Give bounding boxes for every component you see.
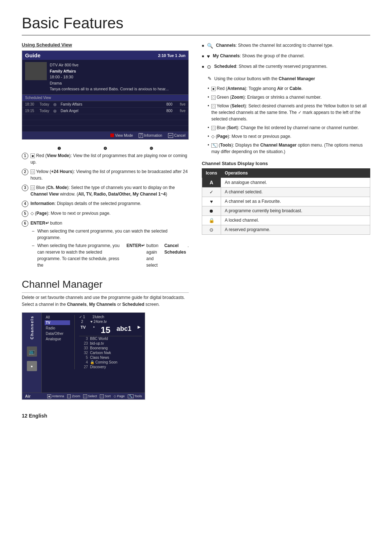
page-number: 12 English xyxy=(22,413,370,419)
table-row: ⏺ A programme currently being broadcast. xyxy=(202,206,370,215)
cm-cat-radio[interactable]: Radio xyxy=(45,326,70,330)
cm-ch-num: 27 xyxy=(81,365,88,369)
status-table-header-operations: Operations xyxy=(221,168,370,177)
cm-divider xyxy=(74,315,75,369)
page-lang-label: English xyxy=(29,413,47,419)
bullet-item-channels: 🔍 Channels: Shows the channel list accor… xyxy=(202,42,370,50)
cm-cat-tv[interactable]: TV xyxy=(45,320,70,325)
footer-btn-view-label: View Mode xyxy=(115,134,133,137)
table-row: A An analogue channel. xyxy=(202,177,370,187)
bullet-text-scheduled: Scheduled: Shows all the currently reser… xyxy=(214,63,327,70)
cm-dot: • xyxy=(93,325,95,335)
footer-btn-view: View Mode xyxy=(110,134,133,137)
cm-top: All TV Radio Data/Other Analogue ✓ 11fut… xyxy=(42,313,145,371)
status-table-section: Channel Status Display Icons Icons Opera… xyxy=(202,161,370,235)
red-button-icon xyxy=(110,134,114,137)
cm-ch-num: 33 xyxy=(81,346,88,350)
cm-ch-name: Discovery xyxy=(90,365,140,369)
cm-cat-all[interactable]: All xyxy=(45,315,70,320)
cm-ch-number-big: 15 xyxy=(101,325,110,335)
list-item-6: 6 ENTER↵ button When selecting the curre… xyxy=(22,220,189,270)
list-item-3: 3 □ Blue (Ch. Mode): Select the type of … xyxy=(22,184,189,197)
bullet-item-scheduled: ⊙ Scheduled: Shows all the currently res… xyxy=(202,63,370,71)
status-table: Icons Operations A An analogue channel. … xyxy=(202,168,370,235)
cm-footer-btn-zoom: □ Zoom xyxy=(67,394,80,398)
guide-box: Guide 2:10 Tue 1 Jun DTV Air 800 five Fa… xyxy=(22,50,189,140)
guide-row: 18:30 Today ◎ Family Affairs 800 five xyxy=(22,101,188,108)
bullet-text-mychannels: My Channels: Shows the group of the chan… xyxy=(213,53,305,59)
cm-ch-row: 27 Discovery xyxy=(79,365,142,369)
cm-footer-btn-page: ◇ Page xyxy=(114,394,125,398)
guide-row-day: Today xyxy=(40,109,50,113)
footer-btn-info: 7 Information xyxy=(139,133,162,138)
bullet-text-channels: Channels: Shows the channel list accordi… xyxy=(216,42,334,49)
status-table-title: Channel Status Display Icons xyxy=(202,161,370,166)
cm-cat-analogue[interactable]: Analogue xyxy=(45,337,70,341)
guide-rows: 18:30 Today ◎ Family Affairs 800 five 19… xyxy=(22,101,188,132)
dot-item-page: ◇ (Page): Move to next or previous page. xyxy=(208,133,370,140)
blue-key-icon: □ xyxy=(30,185,35,190)
cm-ch-num: 5 xyxy=(81,356,88,360)
dot-item-green-text: □ Green (Zoom): Enlarges or shrinks a ch… xyxy=(211,94,322,100)
cm-ch-name: BBC World xyxy=(90,337,140,341)
table-icon-cell: 🔒 xyxy=(202,215,221,225)
guide-top: DTV Air 800 five Family Affairs 18:00 - … xyxy=(22,60,188,94)
guide-row-empty xyxy=(22,114,188,120)
cm-footer: Air ■ Antenna □ Zoom □ Select □ Sort ◇ P… xyxy=(22,393,145,399)
item-text-2: □ Yellow (+24 Hours): Viewing the list o… xyxy=(30,168,189,181)
guide-prog-genre: Drama xyxy=(50,80,169,86)
status-table-header-row: Icons Operations xyxy=(202,168,370,177)
table-row: ♥ A channel set as a Favourite. xyxy=(202,197,370,206)
guide-time: 2:10 Tue 1 Jun xyxy=(158,53,185,58)
sub-item-6-2: When selecting the future programme, you… xyxy=(32,242,189,268)
status-table-header-icons: Icons xyxy=(202,168,221,177)
table-op-cell: A reserved programme. xyxy=(221,225,370,234)
right-column: 🔍 Channels: Shows the channel list accor… xyxy=(202,42,370,402)
numbered-list: 1 ■ Red (View Mode): View the list of pr… xyxy=(22,152,189,270)
cm-ch-list: 3 BBC World 23 bid-up.tv 33 Boonerang xyxy=(79,336,142,369)
table-op-cell: A programme currently being broadcast. xyxy=(221,206,370,215)
cm-footer-btn-antenna: ■ Antenna xyxy=(47,394,64,398)
cm-ch-row: 33 Boonerang xyxy=(79,346,142,350)
item-number-5: 5 xyxy=(22,210,28,217)
cm-sidebar-icon-tv: 📺 xyxy=(27,346,37,357)
cm-ch-header: TV • 15 abc1 ▶ xyxy=(79,324,142,336)
channel-manager-desc: Delete or set favourite channels and use… xyxy=(22,294,189,308)
table-op-cell: A locked channel. xyxy=(221,215,370,225)
table-icon-cell: ♥ xyxy=(202,197,221,206)
cm-cat-dataother[interactable]: Data/Other xyxy=(45,331,70,336)
section-title-scheduled: Using Scheduled View xyxy=(22,42,189,48)
cm-content: All TV Radio Data/Other Analogue ✓ 11fut… xyxy=(42,313,145,393)
guide-row-time: 18:30 xyxy=(25,102,37,106)
guide-row-chname: five xyxy=(175,102,185,106)
guide-row-icon: ◎ xyxy=(53,102,58,106)
cm-ch-num: 32 xyxy=(81,351,88,355)
cm-ch-row: 3 BBC World xyxy=(79,336,142,341)
dot-item-green: □ Green (Zoom): Enlarges or shrinks a ch… xyxy=(208,94,370,100)
guide-label: Guide xyxy=(25,52,41,58)
bullet-list: 🔍 Channels: Shows the channel list accor… xyxy=(202,42,370,71)
table-row: ✓ A channel selected. xyxy=(202,187,370,197)
left-column: Using Scheduled View Guide 2:10 Tue 1 Ju… xyxy=(22,42,189,402)
page-title: Basic Features xyxy=(22,15,370,36)
cm-channels-area: ✓ 11futech 2♥ 24ore.tv TV • 15 abc1 xyxy=(79,315,142,369)
guide-prog-time: 18:00 - 18:30 xyxy=(50,74,169,80)
guide-row: 19:15 Today ◎ Dark Angel 800 five xyxy=(22,108,188,114)
bullet-item-mychannels: ♥ My Channels: Shows the group of the ch… xyxy=(202,53,370,60)
note-icon: ✎ xyxy=(208,76,212,81)
table-op-cell: A channel selected. xyxy=(221,187,370,197)
dot-item-yellow-text: □ Yellow (Select): Select desired channe… xyxy=(211,103,370,122)
dot-item-red-text: ■ Red (Antenna): Toggle among Air or Cab… xyxy=(211,85,302,92)
table-icon-cell: A xyxy=(202,177,221,187)
cm-arrow-right: ▶ xyxy=(138,325,140,335)
footer-btn-cancel: ↩ Cancel xyxy=(168,133,185,138)
table-icon-cell: ✓ xyxy=(202,187,221,197)
cm-ch-top-row2: 2♥ 24ore.tv xyxy=(79,320,142,324)
cm-sidebar: Channels 📺 ● xyxy=(22,313,42,393)
cm-ch-top-row1: ✓ 11futech xyxy=(79,315,142,319)
guide-info: DTV Air 800 five Family Affairs 18:00 - … xyxy=(50,62,169,92)
yellow-key-icon: □ xyxy=(30,169,35,174)
guide-num-labels: ❶ ❹ ❻ xyxy=(22,145,189,152)
num-label-6: ❻ xyxy=(150,146,153,151)
list-item-2: 2 □ Yellow (+24 Hours): Viewing the list… xyxy=(22,168,189,181)
